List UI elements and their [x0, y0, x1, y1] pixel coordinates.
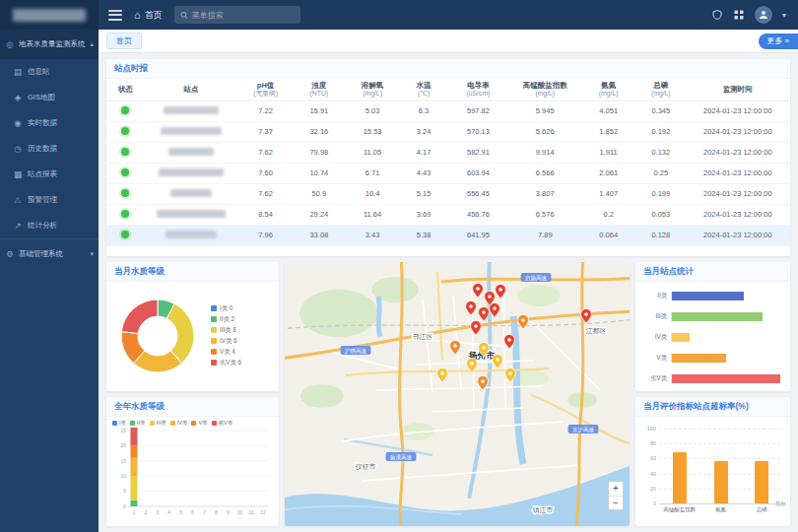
- hbar-row[interactable]: 劣V类: [643, 374, 780, 383]
- more-caret-icon: »: [785, 36, 789, 45]
- station-map-marker[interactable]: [493, 354, 503, 368]
- legend-item[interactable]: III类 8: [211, 326, 241, 335]
- annual-grade-header: 全年水质等级: [106, 397, 279, 417]
- svg-text:2: 2: [145, 509, 148, 515]
- home-icon: ⌂: [134, 10, 141, 21]
- legend-item[interactable]: II类 2: [211, 315, 241, 324]
- station-map-marker[interactable]: [466, 300, 477, 315]
- bar[interactable]: [755, 461, 768, 503]
- station-report-table: 状态站点pH值(无量纲)浊度(NTU)溶解氧(mg/L)水温(℃)电导率(uS/…: [106, 79, 790, 246]
- table-row[interactable]: 7.6279.9811.054.17582.919.9141.9110.1322…: [106, 142, 790, 163]
- sidebar-item-站点报表[interactable]: ▦站点报表: [0, 162, 99, 187]
- menu-toggle-icon[interactable]: [108, 7, 122, 23]
- legend-item[interactable]: V类 4: [211, 348, 241, 357]
- user-icon: [758, 9, 769, 21]
- menu-item-label: 信息站: [28, 67, 50, 77]
- station-map-marker[interactable]: [467, 358, 478, 372]
- legend-swatch: [150, 421, 155, 426]
- axis-name: 指标: [775, 500, 786, 507]
- stacked-bar-segment[interactable]: [130, 428, 137, 445]
- search-input[interactable]: [192, 11, 295, 20]
- hbar-track: [671, 354, 780, 363]
- svg-text:7: 7: [203, 509, 206, 515]
- menu-search[interactable]: [174, 6, 300, 24]
- station-map-marker[interactable]: [496, 284, 506, 299]
- table-cell: 3.24: [400, 121, 446, 142]
- station-map-marker[interactable]: [437, 367, 448, 382]
- sidebar-item-统计分析[interactable]: ↗统计分析: [0, 213, 99, 238]
- hbar-label: III类: [643, 312, 667, 321]
- hbar-row[interactable]: V类: [643, 354, 780, 363]
- legend-item[interactable]: IV类 6: [211, 337, 241, 346]
- station-map-marker[interactable]: [518, 314, 529, 329]
- station-map-marker[interactable]: [471, 320, 482, 335]
- sidebar-item-历史数据[interactable]: ◷历史数据: [0, 136, 99, 162]
- legend-item[interactable]: IV类: [170, 420, 188, 427]
- bar[interactable]: [714, 461, 728, 503]
- legend-label: IV类 6: [220, 337, 237, 346]
- table-cell: 32.16: [294, 121, 345, 142]
- station-map-marker[interactable]: [479, 306, 490, 321]
- zoom-out-button[interactable]: −: [609, 496, 623, 509]
- tab-home[interactable]: 首页: [106, 33, 142, 49]
- zoom-in-button[interactable]: +: [609, 482, 623, 496]
- user-avatar[interactable]: [755, 6, 772, 24]
- table-row[interactable]: 8.5429.2411.643.69456.766.5760.20.053202…: [106, 204, 790, 225]
- table-cell: 7.62: [237, 183, 294, 204]
- table-cell: 3.807: [509, 183, 580, 204]
- legend-item[interactable]: V类: [191, 420, 207, 427]
- table-cell: 5.03: [345, 100, 401, 121]
- stacked-bar-segment[interactable]: [130, 458, 137, 476]
- legend-item[interactable]: II类: [130, 420, 146, 427]
- table-row[interactable]: 7.6250.910.45.15556.453.8071.4070.199202…: [106, 183, 790, 204]
- legend-item[interactable]: 劣V类: [212, 420, 233, 427]
- user-menu-caret-icon[interactable]: ▾: [782, 11, 786, 20]
- more-button[interactable]: 更多 »: [759, 33, 798, 49]
- table-row[interactable]: 7.3732.1615.533.24570.135.6261.8520.1922…: [106, 121, 790, 142]
- station-map-marker[interactable]: [450, 340, 461, 355]
- legend-item[interactable]: 劣V类 6: [211, 359, 241, 367]
- stacked-bar-segment[interactable]: [130, 500, 137, 506]
- table-row[interactable]: 7.2215.915.036.3597.825.9454.0510.345202…: [106, 100, 790, 121]
- hbar-fill: [672, 312, 763, 321]
- legend-item[interactable]: I类 0: [211, 304, 241, 313]
- legend-label: 劣V类 6: [220, 359, 241, 367]
- sidebar-item-GIS地图[interactable]: ◈GIS地图: [0, 85, 99, 110]
- sidebar-item-实时数据[interactable]: ◉实时数据: [0, 110, 99, 136]
- breadcrumb-home[interactable]: ⌂ 首页: [132, 9, 174, 22]
- stacked-bar-segment[interactable]: [130, 476, 137, 500]
- apps-grid-icon[interactable]: [733, 9, 745, 21]
- table-cell: 6.566: [509, 163, 580, 183]
- table-cell: 7.89: [509, 225, 580, 245]
- menu-item-icon: ↗: [13, 221, 23, 231]
- donut-segment[interactable]: [121, 299, 158, 334]
- hbar-row[interactable]: II类: [643, 292, 780, 300]
- station-map-marker[interactable]: [505, 367, 516, 382]
- station-map-marker[interactable]: [581, 308, 592, 323]
- station-map-marker[interactable]: [490, 302, 500, 317]
- station-name-blurred: [157, 210, 226, 218]
- table-cell: 15.91: [294, 100, 345, 121]
- station-report-panel: 站点时报 状态站点pH值(无量纲)浊度(NTU)溶解氧(mg/L)水温(℃)电导…: [106, 59, 790, 256]
- table-row[interactable]: 7.9633.083.435.38641.957.890.0640.128202…: [106, 225, 790, 245]
- menu-item-label: 统计分析: [28, 221, 57, 231]
- table-cell: 7.60: [237, 163, 294, 183]
- station-map-marker[interactable]: [504, 334, 515, 349]
- station-map-marker[interactable]: [478, 375, 489, 390]
- bar[interactable]: [673, 452, 687, 503]
- sidebar-root-base-management[interactable]: ⚙ 基础管理系统 ▾: [0, 238, 99, 268]
- sidebar: ◎ 地表水质量监测系统 ▴ ▤信息站◈GIS地图◉实时数据◷历史数据▦站点报表⚠…: [0, 30, 99, 532]
- table-row[interactable]: 7.6010.746.714.43603.946.5662.0610.25202…: [106, 163, 790, 183]
- svg-text:15: 15: [120, 458, 126, 464]
- sidebar-item-预警管理[interactable]: ⚠预警管理: [0, 187, 99, 213]
- legend-item[interactable]: III类: [150, 420, 166, 427]
- shield-icon[interactable]: [711, 9, 723, 21]
- legend-item[interactable]: I类: [112, 420, 126, 427]
- hbar-row[interactable]: III类: [643, 312, 780, 321]
- stacked-bar-segment[interactable]: [130, 445, 137, 457]
- hbar-row[interactable]: IV类: [643, 333, 780, 342]
- sidebar-root-surface-water-system[interactable]: ◎ 地表水质量监测系统 ▴: [0, 30, 99, 59]
- sidebar-item-信息站[interactable]: ▤信息站: [0, 59, 99, 85]
- station-map-marker[interactable]: [473, 283, 484, 298]
- svg-text:10: 10: [236, 509, 242, 515]
